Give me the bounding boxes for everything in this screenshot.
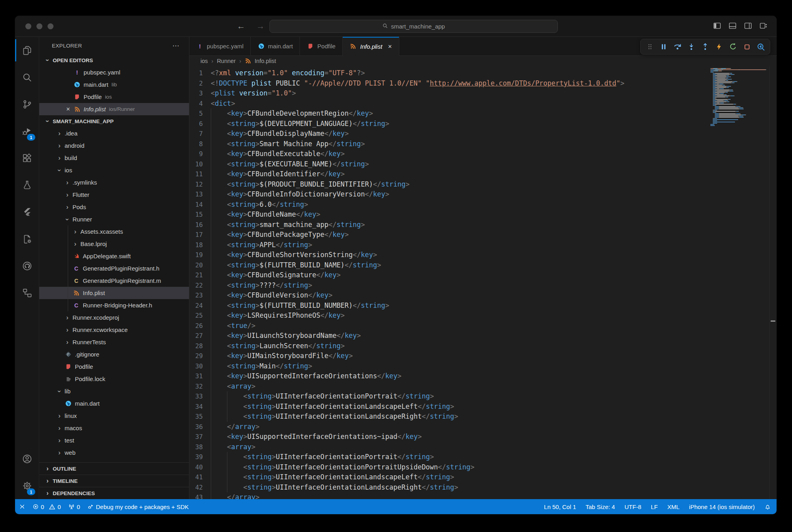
code-line[interactable]: 42<string>UIInterfaceOrientationLandscap… [189,482,710,493]
tree-item[interactable]: Podfile.lock [39,373,189,385]
line-number[interactable]: 11 [189,169,203,179]
more-actions-icon[interactable]: ⋯ [172,42,179,50]
tree-item[interactable]: ›.symlinks [39,176,189,189]
line-number[interactable]: 22 [189,280,203,291]
tree-item[interactable]: AppDelegate.swift [39,250,189,262]
timeline-section-header[interactable]: › TIMELINE [39,475,189,487]
tree-item[interactable]: ›Runner.xcworkspace [39,324,189,336]
code-line[interactable]: 9<key>CFBundleExecutable</key> [189,149,710,159]
code-line[interactable]: 39<string>UIInterfaceOrientationPortrait… [189,452,710,462]
open-editor-item[interactable]: main.dartlib [39,78,189,91]
code-line[interactable]: 40<string>UIInterfaceOrientationPortrait… [189,462,710,473]
code-line[interactable]: 18<string>APPL</string> [189,240,710,250]
code-line[interactable]: 1<?xml version="1.0" encoding="UTF-8"?> [189,68,710,78]
line-number[interactable]: 29 [189,351,203,361]
code-line[interactable]: 14<string>6.0</string> [189,200,710,210]
outline-section-header[interactable]: › OUTLINE [39,462,189,475]
tree-item[interactable]: ›.idea [39,127,189,139]
status-item[interactable]: UTF-8 [624,503,641,510]
status-item[interactable]: XML [667,503,679,510]
line-number[interactable]: 15 [189,210,203,220]
minimize-window-button[interactable] [36,23,42,29]
tab-info-plist[interactable]: Info.plist✕ [343,37,399,56]
zoom-window-button[interactable] [48,23,53,29]
line-number[interactable]: 17 [189,230,203,240]
hot-reload-button[interactable] [714,42,724,51]
activity-run-debug-button[interactable]: 1 [15,118,39,145]
command-center-search[interactable]: smart_machine_app [269,20,558,33]
close-icon[interactable]: ✕ [63,106,73,112]
line-number[interactable]: 4 [189,99,203,109]
line-number[interactable]: 30 [189,361,203,372]
tab-podfile[interactable]: Podfile [300,37,343,56]
toggle-secondary-sidebar-icon[interactable] [744,21,752,30]
line-number[interactable]: 38 [189,442,203,452]
tab-main-dart[interactable]: main.dart [251,37,300,56]
line-number[interactable]: 36 [189,422,203,432]
code-line[interactable]: 29<key>UIMainStoryboardFile</key> [189,351,710,361]
editor-scrollbar[interactable] [769,66,777,499]
minimap[interactable] [710,68,770,126]
close-window-button[interactable] [25,23,31,29]
activity-references-button[interactable] [15,279,39,306]
line-number[interactable]: 28 [189,341,203,351]
activity-source-control-button[interactable] [15,91,39,118]
widget-inspector-button[interactable] [756,42,766,51]
code-line[interactable]: 6<string>$(DEVELOPMENT_LANGUAGE)</string… [189,119,710,129]
line-number[interactable]: 35 [189,412,203,422]
code-line[interactable]: 28<string>LaunchScreen</string> [189,341,710,351]
step-into-button[interactable] [686,42,697,51]
line-number[interactable]: 8 [189,139,203,149]
code-line[interactable]: 36</array> [189,422,710,432]
tree-item[interactable]: ›lib [39,385,189,397]
tree-item[interactable]: ›web [39,446,189,459]
line-number[interactable]: 1 [189,68,203,78]
code-line[interactable]: 37<key>UISupportedInterfaceOrientations~… [189,432,710,442]
activity-account-button[interactable] [15,445,39,472]
tree-item[interactable]: ›Assets.xcassets [39,225,189,238]
line-number[interactable]: 42 [189,482,203,493]
line-number[interactable]: 39 [189,452,203,462]
toggle-sidebar-icon[interactable] [713,21,721,30]
line-number[interactable]: 20 [189,260,203,271]
tree-item[interactable]: ›Runner.xcodeproj [39,311,189,324]
customize-layout-icon[interactable] [759,21,768,30]
code-line[interactable]: 12<string>$(PRODUCT_BUNDLE_IDENTIFIER)</… [189,179,710,190]
code-line[interactable]: 10<string>$(EXECUTABLE_NAME)</string> [189,159,710,170]
tree-item[interactable]: ›macos [39,422,189,434]
line-number[interactable]: 41 [189,472,203,482]
code-editor[interactable]: 1<?xml version="1.0" encoding="UTF-8"?>2… [189,66,710,499]
activity-explorer-button[interactable] [15,37,39,64]
code-line[interactable]: 25<key>LSRequiresIPhoneOS</key> [189,311,710,321]
line-number[interactable]: 13 [189,189,203,200]
breadcrumb-item[interactable]: Info.plist [255,58,276,64]
code-line[interactable]: 4<dict> [189,99,710,109]
code-line[interactable]: 26<true/> [189,321,710,331]
line-number[interactable]: 31 [189,371,203,381]
toggle-panel-icon[interactable] [728,21,737,30]
ports-indicator[interactable]: 0 [68,503,80,510]
stop-button[interactable] [742,43,752,51]
close-icon[interactable]: ✕ [388,44,392,50]
line-number[interactable]: 37 [189,432,203,442]
code-line[interactable]: 15<key>CFBundleName</key> [189,210,710,220]
breadcrumb-item[interactable]: Runner [217,58,236,64]
line-number[interactable]: 3 [189,88,203,99]
code-line[interactable]: 17<key>CFBundlePackageType</key> [189,230,710,240]
line-number[interactable]: 27 [189,331,203,341]
line-number[interactable]: 25 [189,311,203,321]
debug-status[interactable]: Debug my code + packages + SDK [87,503,189,510]
line-number[interactable]: 9 [189,149,203,159]
code-line[interactable]: 11<key>CFBundleIdentifier</key> [189,169,710,179]
code-line[interactable]: 22<string>????</string> [189,280,710,291]
status-item[interactable]: Ln 50, Col 1 [544,503,576,510]
open-editor-item[interactable]: ✕Info.plistios/Runner [39,103,189,115]
code-line[interactable]: 19<key>CFBundleShortVersionString</key> [189,250,710,260]
tree-item[interactable]: ›Base.lproj [39,238,189,250]
tree-item[interactable]: ›android [39,139,189,152]
activity-extensions-button[interactable] [15,145,39,172]
restart-button[interactable] [728,42,738,51]
tree-item[interactable]: main.dart [39,397,189,410]
tab-pubspec-yaml[interactable]: !pubspec.yaml [189,37,251,56]
line-number[interactable]: 6 [189,119,203,129]
